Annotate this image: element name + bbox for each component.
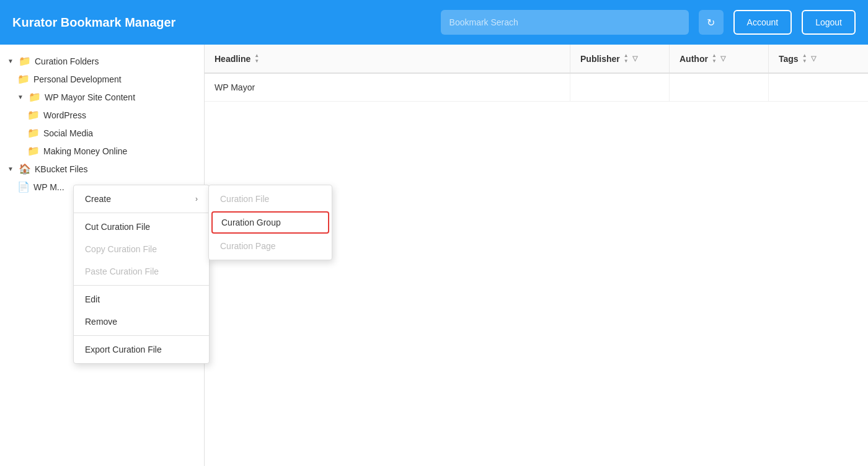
menu-item-create-label: Create — [85, 194, 111, 204]
folder-icon: 📁 — [27, 127, 40, 139]
sidebar-item-label: WordPress — [43, 110, 86, 120]
menu-divider-3 — [74, 335, 209, 336]
sidebar-item-wordpress[interactable]: 📁 WordPress — [0, 106, 204, 124]
menu-item-export[interactable]: Export Curation File — [74, 338, 209, 361]
sidebar-item-social-media[interactable]: 📁 Social Media — [0, 124, 204, 142]
search-input[interactable] — [441, 10, 689, 35]
menu-item-export-label: Export Curation File — [85, 345, 162, 354]
menu-item-paste-label: Paste Curation File — [85, 266, 159, 276]
menu-item-create[interactable]: Create › — [74, 188, 209, 210]
sidebar-item-label: Making Money Online — [43, 146, 127, 156]
sidebar-item-personal-development[interactable]: 📁 Personal Development — [0, 70, 204, 88]
menu-item-copy-label: Copy Curation File — [85, 244, 157, 254]
search-wrap — [441, 10, 689, 35]
th-publisher[interactable]: Publisher ▲ ▼ ▽ — [570, 45, 670, 73]
menu-item-cut[interactable]: Cut Curation File — [74, 216, 209, 238]
sidebar-item-curation-folders[interactable]: ▼ 📁 Curation Folders — [0, 52, 204, 70]
sidebar-item-label: WP Mayor Site Content — [45, 92, 135, 102]
file-icon: 📄 — [17, 181, 30, 193]
th-author-label: Author — [680, 54, 708, 64]
sidebar-item-kbucket-files[interactable]: ▼ 🏠 KBucket Files — [0, 160, 204, 178]
toggle-icon: ▼ — [7, 165, 15, 172]
header: Kurator Bookmark Manager ↻ Account Logou… — [0, 0, 868, 45]
menu-item-remove[interactable]: Remove — [74, 310, 209, 333]
sidebar-item-making-money[interactable]: 📁 Making Money Online — [0, 142, 204, 160]
app-title: Kurator Bookmark Manager — [12, 15, 175, 30]
folder-icon: 📁 — [29, 91, 41, 103]
sidebar-item-label: KBucket Files — [35, 164, 88, 174]
sort-icons-author: ▲ ▼ — [712, 53, 717, 64]
logout-button[interactable]: Logout — [802, 10, 856, 35]
folder-icon: 📁 — [17, 73, 30, 85]
menu-divider-1 — [74, 213, 209, 213]
menu-divider-2 — [74, 285, 209, 286]
th-tags[interactable]: Tags ▲ ▼ ▽ — [769, 45, 868, 73]
submenu-item-curation-file: Curation File — [209, 188, 332, 210]
sidebar-item-label: WP M... — [33, 182, 64, 192]
submenu-arrow-icon: › — [195, 195, 198, 203]
account-button[interactable]: Account — [733, 10, 792, 35]
refresh-button[interactable]: ↻ — [699, 10, 724, 35]
td-tags — [769, 74, 868, 101]
submenu-item-curation-group[interactable]: Curation Group — [211, 211, 329, 234]
context-menu: Create › Cut Curation File Copy Curation… — [73, 185, 210, 364]
submenu-item-curation-group-label: Curation Group — [221, 218, 281, 227]
sort-icons-tags: ▲ ▼ — [802, 53, 807, 64]
sidebar-item-label: Personal Development — [33, 74, 122, 84]
home-icon: 🏠 — [19, 163, 31, 175]
th-author[interactable]: Author ▲ ▼ ▽ — [670, 45, 769, 73]
td-headline: WP Mayor — [205, 74, 570, 101]
table-row[interactable]: WP Mayor — [205, 74, 868, 102]
sort-icons-publisher: ▲ ▼ — [624, 53, 629, 64]
toggle-icon: ▼ — [17, 94, 25, 100]
folder-icon: 📁 — [19, 55, 31, 67]
menu-item-edit-label: Edit — [85, 294, 100, 304]
th-headline-label: Headline — [215, 54, 250, 64]
filter-icon-publisher[interactable]: ▽ — [632, 55, 637, 63]
th-publisher-label: Publisher — [580, 54, 620, 64]
submenu: Curation File Curation Group Curation Pa… — [208, 185, 332, 260]
sidebar-item-label: Curation Folders — [35, 56, 99, 66]
menu-item-edit[interactable]: Edit — [74, 288, 209, 310]
sidebar-item-label: Social Media — [43, 128, 93, 138]
menu-item-copy: Copy Curation File — [74, 238, 209, 260]
submenu-item-curation-page-label: Curation Page — [220, 241, 276, 251]
filter-icon-author[interactable]: ▽ — [720, 55, 725, 63]
submenu-item-curation-page: Curation Page — [209, 235, 332, 257]
folder-icon: 📁 — [27, 145, 40, 157]
table-header: Headline ▲ ▼ Publisher ▲ ▼ ▽ Author ▲ ▼ — [205, 45, 868, 74]
th-tags-label: Tags — [779, 54, 799, 64]
menu-item-remove-label: Remove — [85, 317, 117, 327]
sort-icons-headline: ▲ ▼ — [254, 53, 259, 64]
submenu-item-curation-file-label: Curation File — [220, 194, 269, 204]
menu-item-cut-label: Cut Curation File — [85, 222, 150, 232]
td-author — [670, 74, 769, 101]
th-headline[interactable]: Headline ▲ ▼ — [205, 45, 570, 73]
td-publisher — [570, 74, 670, 101]
sidebar-item-wp-mayor-site-content[interactable]: ▼ 📁 WP Mayor Site Content — [0, 88, 204, 106]
folder-icon: 📁 — [27, 109, 40, 121]
filter-icon-tags[interactable]: ▽ — [811, 55, 816, 63]
toggle-icon: ▼ — [7, 58, 15, 64]
menu-item-paste: Paste Curation File — [74, 260, 209, 283]
